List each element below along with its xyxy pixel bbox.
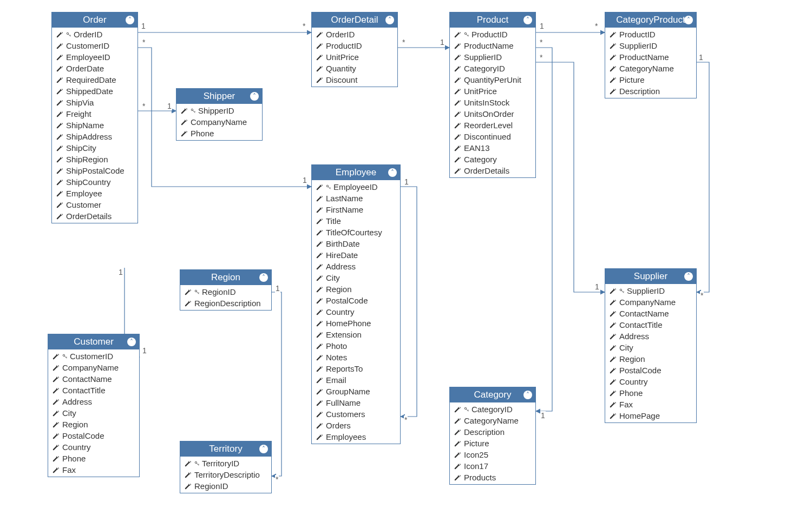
field-regionid[interactable]: RegionID (180, 480, 271, 492)
field-productid[interactable]: ProductID (450, 29, 535, 40)
field-fax[interactable]: Fax (605, 399, 696, 410)
field-customers[interactable]: Customers (312, 408, 400, 420)
entity-employee[interactable]: Employee˄EmployeeIDLastNameFirstNameTitl… (311, 164, 401, 444)
entity-territory[interactable]: Territory˄TerritoryIDTerritoryDescriptio… (180, 441, 272, 493)
field-description[interactable]: Description (605, 85, 696, 97)
field-orderid[interactable]: OrderID (312, 29, 397, 40)
collapse-icon[interactable]: ˄ (684, 272, 693, 281)
entity-header-order[interactable]: Order˄ (52, 12, 137, 28)
field-country[interactable]: Country (605, 376, 696, 387)
field-employee[interactable]: Employee (52, 188, 137, 199)
field-contacttitle[interactable]: ContactTitle (605, 319, 696, 331)
field-orderdetails[interactable]: OrderDetails (52, 210, 137, 222)
field-orderdetails[interactable]: OrderDetails (450, 165, 535, 176)
field-customerid[interactable]: CustomerID (48, 351, 139, 362)
field-territoryid[interactable]: TerritoryID (180, 458, 271, 469)
field-picture[interactable]: Picture (450, 438, 535, 449)
field-unitsinstock[interactable]: UnitsInStock (450, 97, 535, 108)
field-fullname[interactable]: FullName (312, 397, 400, 408)
field-products[interactable]: Products (450, 472, 535, 483)
collapse-icon[interactable]: ˄ (250, 92, 259, 101)
field-shipname[interactable]: ShipName (52, 120, 137, 131)
field-groupname[interactable]: GroupName (312, 386, 400, 397)
entity-customer[interactable]: Customer˄CustomerIDCompanyNameContactNam… (48, 334, 140, 477)
entity-product[interactable]: Product˄ProductIDProductNameSupplierIDCa… (449, 12, 536, 178)
field-region[interactable]: Region (48, 419, 139, 430)
field-ean13[interactable]: EAN13 (450, 142, 535, 154)
field-companyname[interactable]: CompanyName (48, 362, 139, 373)
field-homepage[interactable]: HomePage (605, 410, 696, 421)
collapse-icon[interactable]: ˄ (523, 16, 532, 24)
field-postalcode[interactable]: PostalCode (48, 430, 139, 441)
field-address[interactable]: Address (605, 331, 696, 342)
collapse-icon[interactable]: ˄ (684, 16, 693, 24)
field-region[interactable]: Region (605, 353, 696, 365)
field-productname[interactable]: ProductName (450, 40, 535, 51)
field-shipperid[interactable]: ShipperID (176, 105, 262, 116)
field-photo[interactable]: Photo (312, 340, 400, 352)
field-shipcountry[interactable]: ShipCountry (52, 176, 137, 188)
field-discontinued[interactable]: Discontinued (450, 131, 535, 142)
field-customerid[interactable]: CustomerID (52, 40, 137, 51)
field-fax[interactable]: Fax (48, 464, 139, 476)
field-city[interactable]: City (312, 272, 400, 283)
field-shippeddate[interactable]: ShippedDate (52, 85, 137, 97)
field-contacttitle[interactable]: ContactTitle (48, 385, 139, 396)
entity-category[interactable]: Category˄CategoryIDCategoryNameDescripti… (449, 387, 536, 485)
field-category[interactable]: Category (450, 154, 535, 165)
collapse-icon[interactable]: ˄ (127, 338, 136, 346)
field-discount[interactable]: Discount (312, 74, 397, 85)
field-country[interactable]: Country (312, 306, 400, 318)
field-lastname[interactable]: LastName (312, 193, 400, 204)
entity-shipper[interactable]: Shipper˄ShipperIDCompanyNamePhone (176, 88, 263, 141)
collapse-icon[interactable]: ˄ (126, 16, 134, 24)
collapse-icon[interactable]: ˄ (259, 273, 268, 282)
field-reorderlevel[interactable]: ReorderLevel (450, 120, 535, 131)
field-country[interactable]: Country (48, 441, 139, 453)
entity-header-territory[interactable]: Territory˄ (180, 441, 271, 457)
field-extension[interactable]: Extension (312, 329, 400, 340)
entity-order[interactable]: Order˄OrderIDCustomerIDEmployeeIDOrderDa… (51, 12, 138, 223)
field-quantity[interactable]: Quantity (312, 63, 397, 74)
field-hiredate[interactable]: HireDate (312, 249, 400, 261)
field-unitprice[interactable]: UnitPrice (312, 51, 397, 63)
collapse-icon[interactable]: ˄ (523, 391, 532, 399)
field-orderid[interactable]: OrderID (52, 29, 137, 40)
field-productid[interactable]: ProductID (605, 29, 696, 40)
field-employeeid[interactable]: EmployeeID (52, 51, 137, 63)
field-notes[interactable]: Notes (312, 352, 400, 363)
field-shipvia[interactable]: ShipVia (52, 97, 137, 108)
field-companyname[interactable]: CompanyName (605, 296, 696, 308)
field-categoryname[interactable]: CategoryName (450, 415, 535, 426)
field-orderdate[interactable]: OrderDate (52, 63, 137, 74)
field-supplierid[interactable]: SupplierID (450, 51, 535, 63)
field-picture[interactable]: Picture (605, 74, 696, 85)
field-region[interactable]: Region (312, 283, 400, 295)
entity-orderdetail[interactable]: OrderDetail˄OrderIDProductIDUnitPriceQua… (311, 12, 398, 87)
field-supplierid[interactable]: SupplierID (605, 40, 696, 51)
collapse-icon[interactable]: ˄ (388, 168, 397, 177)
field-homephone[interactable]: HomePhone (312, 318, 400, 329)
field-categoryid[interactable]: CategoryID (450, 404, 535, 415)
field-companyname[interactable]: CompanyName (176, 116, 262, 128)
entity-header-categoryproduct[interactable]: CategoryProduct˄ (605, 12, 696, 28)
field-description[interactable]: Description (450, 426, 535, 438)
field-city[interactable]: City (605, 342, 696, 353)
field-address[interactable]: Address (48, 396, 139, 407)
field-orders[interactable]: Orders (312, 420, 400, 431)
field-freight[interactable]: Freight (52, 108, 137, 120)
field-titleofcourtesy[interactable]: TitleOfCourtesy (312, 227, 400, 238)
field-birthdate[interactable]: BirthDate (312, 238, 400, 249)
field-shipcity[interactable]: ShipCity (52, 142, 137, 154)
field-contactname[interactable]: ContactName (48, 373, 139, 385)
entity-header-category[interactable]: Category˄ (450, 387, 535, 402)
field-quantityperunit[interactable]: QuantityPerUnit (450, 74, 535, 85)
field-address[interactable]: Address (312, 261, 400, 272)
field-phone[interactable]: Phone (176, 128, 262, 139)
field-phone[interactable]: Phone (48, 453, 139, 464)
entity-header-product[interactable]: Product˄ (450, 12, 535, 28)
field-categoryid[interactable]: CategoryID (450, 63, 535, 74)
entity-header-orderdetail[interactable]: OrderDetail˄ (312, 12, 397, 28)
entity-header-supplier[interactable]: Supplier˄ (605, 269, 696, 284)
field-postalcode[interactable]: PostalCode (605, 365, 696, 376)
